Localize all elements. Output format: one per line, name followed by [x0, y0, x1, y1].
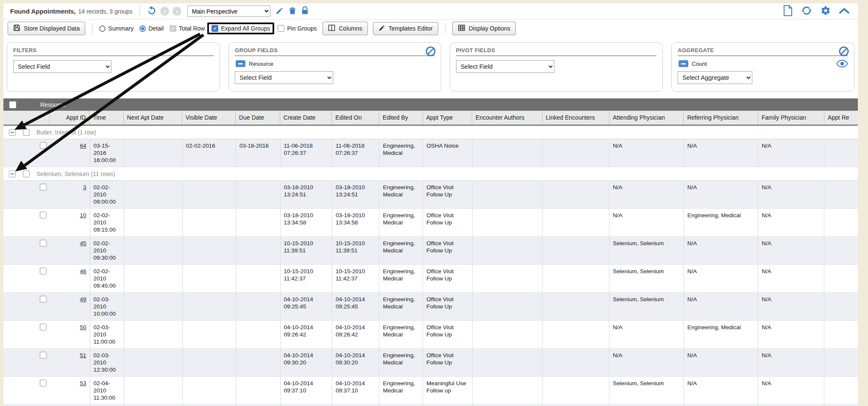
- cell-due-date: [236, 377, 281, 404]
- column-header-visible-date[interactable]: Visible Date: [182, 111, 236, 125]
- undo-button[interactable]: [147, 6, 157, 17]
- total-row-checkbox-box[interactable]: [170, 25, 176, 32]
- pivot-fields-title: PIVOT FIELDS: [456, 47, 657, 56]
- group-collapse-toggle[interactable]: [9, 129, 16, 136]
- cell-next-apt-date: [124, 209, 183, 236]
- column-header-create-date[interactable]: Create Date: [280, 111, 332, 125]
- appt-id-link[interactable]: 10: [53, 212, 86, 219]
- cell-due-date: [236, 349, 281, 376]
- pin-groups-checkbox-box[interactable]: [278, 25, 284, 32]
- row-select-cell: [3, 293, 50, 320]
- summary-radio-circle[interactable]: [99, 25, 106, 32]
- appt-id-link[interactable]: 3: [53, 184, 86, 191]
- column-header-encounter-authors[interactable]: Encounter Authors: [472, 111, 542, 125]
- cell-appt-id: 64: [50, 139, 90, 167]
- column-header-appt-id[interactable]: Appt ID: [50, 111, 90, 125]
- cell-edited-on: 04-10-2014 09:37:10: [332, 377, 380, 404]
- cell-referring-physician: N/A: [684, 181, 759, 208]
- display-options-button[interactable]: Display Options: [452, 22, 516, 35]
- filters-field-select[interactable]: Select Field: [13, 60, 111, 73]
- row-select-cell: [3, 237, 50, 264]
- cell-appt-type: Meaningful Use Follow up: [423, 377, 472, 404]
- eye-icon: [836, 62, 848, 69]
- row-select-checkbox[interactable]: [40, 296, 47, 302]
- detail-radio-circle[interactable]: [139, 25, 146, 32]
- cell-next-apt-date: [124, 139, 183, 167]
- row-select-checkbox[interactable]: [40, 240, 47, 246]
- column-header-row: Appt IDTimeNext Apt DateVisible DateDue …: [3, 111, 858, 126]
- column-header-referring-physician[interactable]: Referring Physician: [684, 111, 758, 125]
- group-select-checkbox[interactable]: [23, 129, 30, 136]
- columns-button[interactable]: Columns: [323, 22, 367, 35]
- appt-id-link[interactable]: 46: [53, 268, 86, 275]
- column-header-family-physician[interactable]: Family Physician: [758, 111, 824, 125]
- row-select-checkbox[interactable]: [40, 212, 47, 218]
- row-select-checkbox[interactable]: [40, 352, 47, 358]
- settings-button[interactable]: [821, 6, 831, 17]
- edit-perspective-button[interactable]: [275, 7, 284, 16]
- cell-edited-on: 11-06-2018 07:26:37: [332, 139, 380, 167]
- appt-id-link[interactable]: 53: [53, 380, 86, 387]
- store-displayed-data-button[interactable]: Store Displayed Data: [8, 22, 85, 35]
- clear-group-fields-button[interactable]: [426, 46, 436, 58]
- nav-forward-icon[interactable]: ›: [172, 7, 181, 16]
- remove-resource-field-button[interactable]: [236, 60, 245, 67]
- refresh-button[interactable]: [801, 6, 812, 17]
- expand-all-groups-checkbox[interactable]: [211, 25, 218, 32]
- column-header-edited-by[interactable]: Edited By: [379, 111, 423, 125]
- row-select-checkbox[interactable]: [40, 184, 47, 190]
- group-select-checkbox[interactable]: [23, 171, 30, 177]
- lock-perspective-button[interactable]: [301, 6, 309, 16]
- trash-icon: [289, 6, 296, 16]
- row-select-cell: [3, 349, 50, 376]
- summary-radio[interactable]: Summary: [99, 25, 134, 32]
- column-header-appt-type[interactable]: Appt Type: [423, 111, 473, 125]
- appt-id-link[interactable]: 49: [53, 296, 86, 303]
- column-header-attending-physician[interactable]: Attending Physician: [609, 111, 684, 125]
- nav-back-icon[interactable]: ‹: [160, 7, 169, 16]
- filters-panel: FILTERS Select Field: [7, 42, 220, 92]
- total-row-checkbox[interactable]: Total Row: [170, 25, 205, 32]
- select-all-checkbox[interactable]: [9, 101, 16, 108]
- row-select-checkbox[interactable]: [40, 142, 47, 149]
- divider: [139, 6, 140, 17]
- collapse-panel-button[interactable]: [839, 7, 849, 15]
- detail-radio[interactable]: Detail: [139, 25, 164, 32]
- perspective-select[interactable]: Main Perspective: [187, 6, 270, 17]
- appt-id-link[interactable]: 51: [53, 352, 86, 359]
- aggregate-select[interactable]: Select Aggregate: [678, 71, 752, 84]
- remove-count-aggregate-button[interactable]: [679, 60, 688, 67]
- group-fields-panel: GROUP FIELDS Resource Select Field: [228, 42, 441, 92]
- column-header-linked-encounters[interactable]: Linked Encounters: [542, 111, 609, 125]
- new-document-button[interactable]: [783, 5, 793, 17]
- column-header-edited-on[interactable]: Edited On: [332, 111, 379, 125]
- row-select-checkbox[interactable]: [40, 268, 47, 274]
- delete-perspective-button[interactable]: [289, 6, 296, 16]
- cell-edited-by: Engineering, Medical: [379, 321, 423, 348]
- toggle-count-visibility-button[interactable]: [836, 60, 848, 69]
- aggregate-count: Count: [679, 60, 848, 67]
- appt-id-link[interactable]: 45: [53, 240, 86, 247]
- column-header-appt-re[interactable]: Appt Re: [824, 111, 858, 125]
- column-header-time[interactable]: Time: [89, 111, 123, 125]
- pin-groups-checkbox[interactable]: Pin Groups: [278, 25, 317, 32]
- cell-appt-type: Office Visit Follow Up: [423, 181, 472, 208]
- cell-linked-encounters: [542, 321, 609, 348]
- appt-id-link[interactable]: 64: [53, 142, 86, 149]
- row-select-checkbox[interactable]: [40, 380, 47, 386]
- cell-appt-re: [824, 237, 858, 264]
- expand-all-groups-label: Expand All Groups: [221, 25, 270, 32]
- appt-id-link[interactable]: 50: [53, 324, 86, 331]
- cell-edited-on: 03-18-2010 13:34:58: [332, 209, 380, 236]
- display-options-label: Display Options: [469, 25, 510, 32]
- cell-edited-on: 03-18-2010 13:24:51: [332, 181, 380, 208]
- column-header-due-date[interactable]: Due Date: [236, 111, 280, 125]
- group-collapse-toggle[interactable]: [9, 171, 16, 177]
- row-select-checkbox[interactable]: [40, 324, 47, 330]
- cell-linked-encounters: [542, 349, 609, 376]
- pivot-field-select[interactable]: Select Field: [456, 60, 554, 73]
- column-header-next-apt-date[interactable]: Next Apt Date: [124, 111, 182, 125]
- group-field-select[interactable]: Select Field: [235, 71, 333, 84]
- clear-aggregate-button[interactable]: [839, 46, 849, 58]
- templates-editor-button[interactable]: Templates Editor: [373, 22, 438, 35]
